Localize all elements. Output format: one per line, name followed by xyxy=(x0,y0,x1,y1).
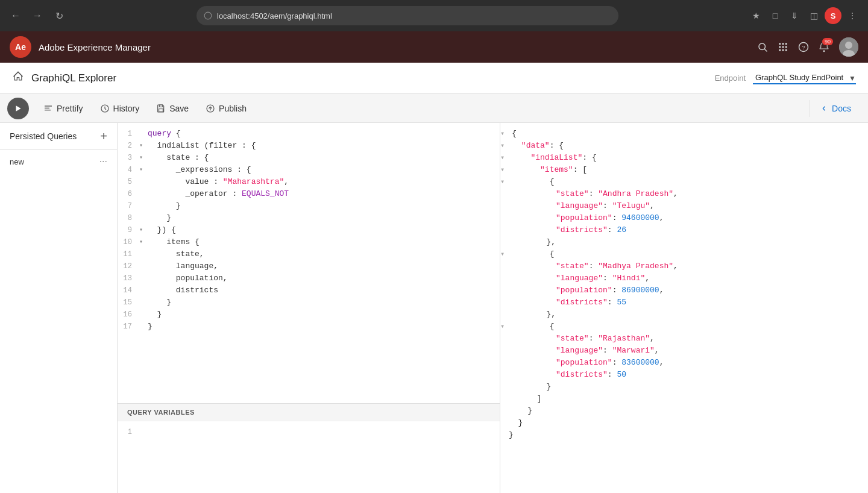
run-button[interactable] xyxy=(7,98,29,119)
docs-button[interactable]: Docs xyxy=(810,100,861,117)
play-icon xyxy=(14,104,22,113)
sidebar-item-new[interactable]: new ··· xyxy=(0,150,117,173)
result-line-19: "language": "Marwari", xyxy=(500,345,868,357)
app-header-left: GraphiQL Explorer xyxy=(12,71,715,86)
profile-avatar[interactable]: S xyxy=(825,7,841,24)
menu-button[interactable]: ⋮ xyxy=(844,7,861,24)
endpoint-select-wrapper: GraphQL Study EndPoint ▼ xyxy=(753,72,856,84)
result-line-22: } xyxy=(500,381,868,393)
forward-button[interactable]: → xyxy=(29,7,46,24)
extensions-button[interactable]: □ xyxy=(767,7,784,24)
bookmark-button[interactable]: ★ xyxy=(747,7,764,24)
code-line-17: 17 } xyxy=(118,321,500,333)
address-bar[interactable]: localhost:4502/aem/graphiql.html xyxy=(197,6,618,25)
result-line-2: ▾ "data": { xyxy=(500,140,868,152)
prettify-label: Prettify xyxy=(57,104,83,113)
split-button[interactable]: ◫ xyxy=(805,7,822,24)
download-button[interactable]: ⇓ xyxy=(786,7,803,24)
result-line-11: ▾ { xyxy=(500,248,868,260)
code-line-8: 8 } xyxy=(118,212,500,224)
user-avatar-image xyxy=(839,37,858,57)
grid-icon-button[interactable] xyxy=(778,42,788,52)
svg-rect-7 xyxy=(782,46,784,48)
line-number-9: 9 xyxy=(118,224,139,236)
result-area[interactable]: ▾ { ▾ "data": { ▾ "indiaList": { ▾ "item… xyxy=(500,123,868,493)
save-button[interactable]: Save xyxy=(149,100,196,117)
code-editor[interactable]: 1 query { 2 ▾ indiaList (filter : { 3 ▾ … xyxy=(118,123,500,403)
code-line-16: 16 } xyxy=(118,309,500,321)
line-number-10: 10 xyxy=(118,236,139,248)
aem-logo[interactable]: Ae xyxy=(10,36,31,58)
line-number-1: 1 xyxy=(118,128,139,140)
main-toolbar: Prettify History Save Publish Docs xyxy=(0,94,868,123)
endpoint-select[interactable]: GraphQL Study EndPoint xyxy=(753,72,856,84)
line-number-5: 5 xyxy=(118,176,139,188)
code-line-13: 13 population, xyxy=(118,272,500,284)
result-line-24: } xyxy=(500,405,868,417)
result-line-10: }, xyxy=(500,236,868,248)
result-line-16: }, xyxy=(500,309,868,321)
svg-line-2 xyxy=(764,49,767,51)
result-line-23: ] xyxy=(500,393,868,405)
svg-rect-20 xyxy=(45,107,49,108)
code-line-10: 10 ▾ items { xyxy=(118,236,500,248)
line-number-7: 7 xyxy=(118,200,139,212)
svg-rect-23 xyxy=(159,105,162,107)
query-variables-editor[interactable]: 1 xyxy=(118,421,500,493)
line-number-11: 11 xyxy=(118,248,139,260)
line-number-16: 16 xyxy=(118,309,139,321)
lock-icon xyxy=(204,11,212,20)
svg-rect-21 xyxy=(45,110,51,110)
sidebar-header: Persisted Queries + xyxy=(0,123,117,150)
result-line-5: ▾ { xyxy=(500,176,868,188)
svg-point-16 xyxy=(845,42,852,49)
result-line-17: ▾ { xyxy=(500,321,868,333)
aem-header-icons: ? 90 xyxy=(757,37,858,57)
result-line-3: ▾ "indiaList": { xyxy=(500,152,868,164)
save-label: Save xyxy=(169,104,189,113)
code-line-3: 3 ▾ state : { xyxy=(118,152,500,164)
home-icon-svg xyxy=(12,71,24,83)
back-button[interactable]: ← xyxy=(7,7,24,24)
docs-chevron-icon xyxy=(820,104,828,113)
help-icon-button[interactable]: ? xyxy=(798,42,809,52)
code-line-4: 4 ▾ _expressions : { xyxy=(118,164,500,176)
code-line-12: 12 language, xyxy=(118,260,500,272)
grid-icon xyxy=(778,42,788,52)
svg-rect-9 xyxy=(779,49,781,51)
notification-icon-button[interactable]: 90 xyxy=(819,42,829,52)
svg-rect-6 xyxy=(779,46,781,48)
svg-rect-5 xyxy=(785,43,787,45)
result-line-9: "districts": 26 xyxy=(500,224,868,236)
user-avatar[interactable] xyxy=(839,37,858,57)
code-line-11: 11 state, xyxy=(118,248,500,260)
aem-header-title: Adobe Experience Manager xyxy=(39,42,750,52)
app-title: GraphiQL Explorer xyxy=(31,72,116,84)
notification-badge: 90 xyxy=(822,38,833,45)
sidebar-item-menu-button[interactable]: ··· xyxy=(99,156,107,167)
code-line-7: 7 } xyxy=(118,200,500,212)
svg-rect-8 xyxy=(785,46,787,48)
line-number-15: 15 xyxy=(118,297,139,309)
sidebar: Persisted Queries + new ··· xyxy=(0,123,118,493)
code-line-14: 14 districts xyxy=(118,284,500,297)
query-variables-bar: QUERY VARIABLES xyxy=(118,403,500,421)
prettify-icon xyxy=(43,104,53,113)
result-line-15: "districts": 55 xyxy=(500,297,868,309)
line-number-3: 3 xyxy=(118,152,139,164)
svg-rect-3 xyxy=(779,43,781,45)
code-line-15: 15 } xyxy=(118,297,500,309)
svg-rect-10 xyxy=(782,49,784,51)
home-icon[interactable] xyxy=(12,71,24,86)
sidebar-title: Persisted Queries xyxy=(10,131,77,141)
save-icon xyxy=(156,104,166,113)
prettify-button[interactable]: Prettify xyxy=(36,100,90,117)
search-icon-button[interactable] xyxy=(757,42,768,52)
add-query-button[interactable]: + xyxy=(100,130,107,142)
history-button[interactable]: History xyxy=(93,100,147,117)
publish-button[interactable]: Publish xyxy=(198,100,254,117)
svg-rect-24 xyxy=(159,108,163,111)
svg-point-0 xyxy=(204,12,212,19)
reload-button[interactable]: ↻ xyxy=(51,7,68,24)
svg-text:?: ? xyxy=(802,44,805,51)
